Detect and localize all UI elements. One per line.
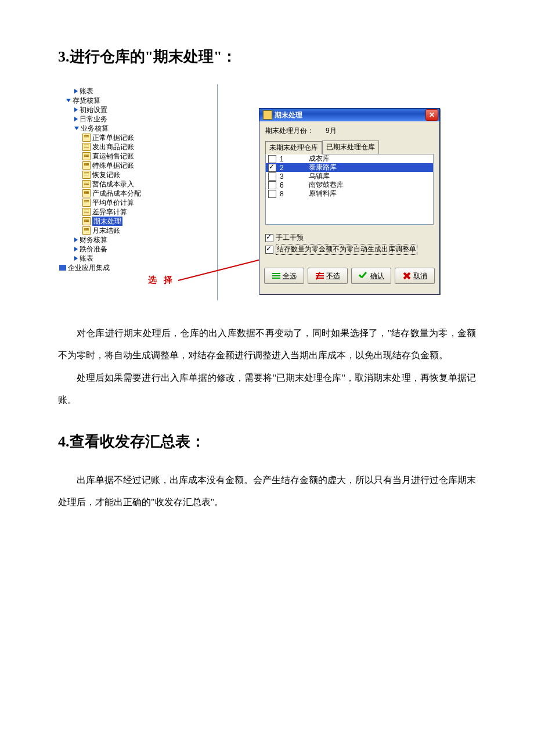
heading-4: 4.查看收发存汇总表： bbox=[58, 431, 476, 452]
checkbox[interactable] bbox=[268, 181, 276, 189]
list-row[interactable]: 8 原辅料库 bbox=[266, 189, 433, 198]
doc-icon bbox=[82, 152, 91, 160]
tree-item[interactable]: 初始设置 bbox=[80, 105, 107, 114]
tree-item[interactable]: 企业应用集成 bbox=[68, 263, 110, 272]
check-icon bbox=[359, 272, 368, 279]
arrow-icon bbox=[74, 89, 78, 93]
tab-processed[interactable]: 已期末处理仓库 bbox=[322, 141, 379, 154]
tree-leaf[interactable]: 正常单据记账 bbox=[92, 133, 134, 142]
arrow-down-icon bbox=[66, 99, 71, 102]
select-all-button[interactable]: 全选 bbox=[264, 268, 304, 284]
tree-leaf[interactable]: 特殊单据记账 bbox=[92, 161, 134, 170]
ok-button[interactable]: 确认 bbox=[351, 268, 391, 284]
doc-icon bbox=[82, 180, 91, 188]
annotation-label: 选 择 bbox=[148, 275, 175, 286]
row-code: 2 bbox=[280, 164, 309, 172]
doc-icon bbox=[82, 226, 91, 235]
tree-item[interactable]: 财务核算 bbox=[80, 235, 107, 244]
row-code: 6 bbox=[280, 181, 309, 189]
nav-tree: 账表 存货核算 初始设置 日常业务 业务核算 正常单据记账 发出商品记账 直运销… bbox=[58, 84, 218, 300]
list-row-selected[interactable]: 2 泰康路库 bbox=[266, 163, 433, 172]
btn-label: 取消 bbox=[413, 271, 427, 281]
tree-item[interactable]: 跌价准备 bbox=[80, 244, 107, 254]
row-code: 8 bbox=[280, 190, 309, 198]
module-icon bbox=[59, 265, 66, 271]
cancel-button[interactable]: 取消 bbox=[395, 268, 435, 284]
checkbox-manual[interactable] bbox=[265, 234, 273, 242]
doc-icon bbox=[82, 217, 91, 225]
select-none-icon bbox=[316, 273, 324, 279]
month-value: 9月 bbox=[326, 127, 337, 135]
x-icon bbox=[403, 272, 411, 280]
tab-unprocessed[interactable]: 未期末处理仓库 bbox=[265, 141, 322, 154]
option-auto-adjust: 结存数量为零金额不为零自动生成出库调整单 bbox=[276, 244, 417, 255]
tree-item[interactable]: 账表 bbox=[80, 254, 93, 263]
option-manual: 手工干预 bbox=[276, 233, 304, 243]
doc-icon bbox=[82, 134, 91, 142]
paragraph-3: 出库单据不经过记账，出库成本没有金额。会产生结存金额的虚大，所以只有当月进行过仓… bbox=[58, 469, 476, 514]
close-button[interactable]: ✕ bbox=[425, 109, 438, 121]
list-row[interactable]: 1 成衣库 bbox=[266, 154, 433, 163]
tree-item[interactable]: 账表 bbox=[80, 87, 93, 96]
tree-leaf[interactable]: 月末结账 bbox=[92, 226, 120, 235]
select-all-icon bbox=[272, 273, 280, 279]
tree-leaf[interactable]: 平均单价计算 bbox=[92, 198, 134, 207]
checkbox[interactable] bbox=[268, 172, 276, 181]
btn-label: 全选 bbox=[283, 271, 297, 281]
row-name: 原辅料库 bbox=[309, 189, 337, 199]
row-code: 3 bbox=[280, 172, 309, 181]
arrow-icon bbox=[74, 256, 78, 261]
tree-leaf[interactable]: 差异率计算 bbox=[92, 207, 127, 217]
tree-leaf[interactable]: 恢复记账 bbox=[92, 170, 120, 179]
checkbox-auto-adjust[interactable] bbox=[265, 246, 273, 254]
tree-item[interactable]: 日常业务 bbox=[80, 114, 107, 124]
dialog-icon bbox=[263, 110, 272, 120]
tree-leaf[interactable]: 暂估成本录入 bbox=[92, 179, 134, 189]
tree-item-root[interactable]: 存货核算 bbox=[73, 96, 100, 105]
heading-3: 3.进行仓库的"期末处理"： bbox=[58, 46, 476, 67]
doc-icon bbox=[82, 199, 91, 207]
select-none-button[interactable]: 不选 bbox=[308, 268, 348, 284]
dialog-title: 期末处理 bbox=[275, 110, 302, 120]
tree-leaf[interactable]: 直运销售记账 bbox=[92, 152, 134, 161]
tree-leaf[interactable]: 产成品成本分配 bbox=[92, 189, 141, 198]
arrow-icon bbox=[74, 247, 78, 251]
warehouse-list[interactable]: 1 成衣库 2 泰康路库 3 乌镇库 6 bbox=[265, 154, 434, 225]
arrow-icon bbox=[74, 117, 78, 121]
btn-label: 确认 bbox=[370, 271, 384, 281]
period-end-dialog: 期末处理 ✕ 期末处理月份： 9月 未期末处理仓库 已期末处理仓库 bbox=[259, 108, 440, 294]
checkbox[interactable] bbox=[268, 190, 276, 198]
tree-leaf[interactable]: 发出商品记账 bbox=[92, 142, 134, 152]
doc-icon bbox=[82, 171, 91, 179]
embedded-screenshot: 账表 存货核算 初始设置 日常业务 业务核算 正常单据记账 发出商品记账 直运销… bbox=[58, 84, 441, 311]
doc-icon bbox=[82, 161, 91, 170]
checkbox[interactable] bbox=[268, 155, 276, 163]
row-code: 1 bbox=[280, 155, 309, 163]
arrow-icon bbox=[74, 237, 78, 242]
list-row[interactable]: 6 南锣鼓巷库 bbox=[266, 181, 433, 189]
tree-leaf-selected[interactable]: 期末处理 bbox=[92, 217, 122, 226]
checkbox-checked[interactable] bbox=[268, 164, 276, 172]
dialog-titlebar[interactable]: 期末处理 ✕ bbox=[259, 109, 439, 121]
tab-bar: 未期末处理仓库 已期末处理仓库 bbox=[265, 141, 434, 154]
btn-label: 不选 bbox=[326, 271, 340, 281]
list-row[interactable]: 3 乌镇库 bbox=[266, 172, 433, 181]
paragraph-1: 对仓库进行期末处理后，仓库的出入库数据不再变动了，同时如果选择了，"结存数量为零… bbox=[58, 322, 476, 367]
tree-item[interactable]: 业务核算 bbox=[81, 124, 109, 133]
arrow-icon bbox=[74, 107, 78, 112]
doc-icon bbox=[82, 208, 91, 216]
arrow-down-icon bbox=[74, 127, 79, 130]
paragraph-2: 处理后如果需要进行出入库单据的修改，需要将"已期末处理仓库"，取消期末处理，再恢… bbox=[58, 367, 476, 412]
doc-icon bbox=[82, 143, 91, 151]
month-label: 期末处理月份： bbox=[265, 127, 314, 135]
doc-icon bbox=[82, 189, 91, 197]
